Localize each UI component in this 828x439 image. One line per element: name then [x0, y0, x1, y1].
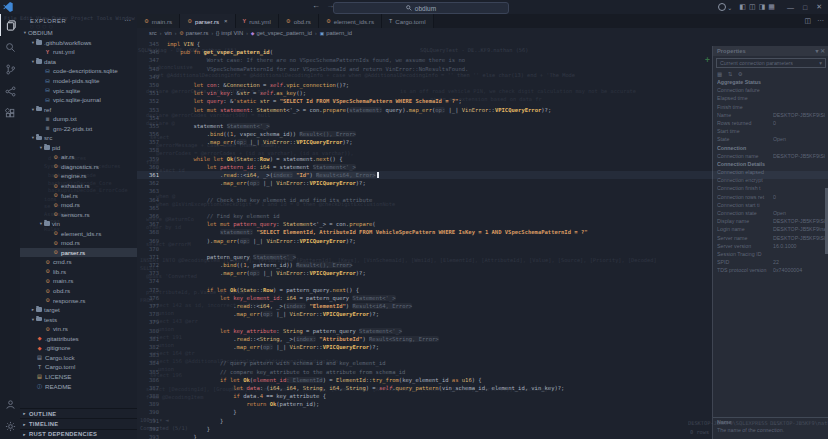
- breadcrumb-item-src[interactable]: src: [149, 30, 157, 36]
- code-line[interactable]: 357 .map_err(op: |_| VinError::VPICQuery…: [137, 138, 828, 146]
- code-line[interactable]: 378 .map_err(op: |_| VinError::VPICQuery…: [137, 310, 828, 318]
- layout-toggle-icon[interactable]: ◧: [739, 3, 746, 10]
- line-number[interactable]: 374: [137, 277, 167, 285]
- code-line[interactable]: 358: [137, 146, 828, 154]
- command-center-search[interactable]: obdium: [333, 2, 509, 14]
- code-line[interactable]: 392 }: [137, 425, 828, 433]
- code-line[interactable]: 381 .read::<String, _>(index: "Attribute…: [137, 335, 828, 343]
- code-line[interactable]: 356 .bind((1, vspec_schema_id)) Result<(…: [137, 130, 828, 138]
- line-number[interactable]: 372: [137, 261, 167, 269]
- tree-item-vpic-sqlite[interactable]: ⛁vpic.sqlite: [20, 85, 137, 95]
- tree-item-model-pids-sqlite[interactable]: ⛁model-pids.sqlite: [20, 76, 137, 86]
- tree-item-gm-22-pids-txt[interactable]: ≣gm-22-pids.txt: [20, 123, 137, 133]
- line-number[interactable]: 370: [137, 245, 167, 253]
- tree-item-vin[interactable]: ▾vin: [20, 219, 137, 229]
- sidebar-section-outline[interactable]: ▸OUTLINE: [20, 408, 137, 418]
- code-line[interactable]: 349: [137, 73, 828, 81]
- code-line[interactable]: 370: [137, 245, 828, 253]
- line-number[interactable]: 373: [137, 269, 167, 277]
- tree-root-obdium[interactable]: ▾OBDIUM: [20, 28, 137, 38]
- line-number[interactable]: 384: [137, 359, 167, 367]
- code-line[interactable]: 351 let vin_key: &str = self.as_key();: [137, 89, 828, 97]
- tree-item-cargo-lock[interactable]: ▤Cargo.lock: [20, 353, 137, 363]
- line-number[interactable]: 376: [137, 294, 167, 302]
- line-number[interactable]: 368: [137, 228, 167, 236]
- tree-item-ref[interactable]: ▾ref: [20, 104, 137, 114]
- tree-item-air-rs[interactable]: ⚙air.rs: [20, 152, 137, 162]
- line-number[interactable]: 357: [137, 138, 167, 146]
- breadcrumb-item-vin[interactable]: vin: [164, 30, 171, 36]
- split-editor-icon[interactable]: ◫: [804, 17, 811, 25]
- line-number[interactable]: 375: [137, 286, 167, 294]
- line-number[interactable]: 378: [137, 310, 167, 318]
- tab-cargo-toml[interactable]: TCargo.toml: [382, 14, 434, 28]
- line-number[interactable]: 386: [137, 376, 167, 384]
- tree-item-readme[interactable]: ⓘREADME: [20, 381, 137, 391]
- share-graph-icon[interactable]: [0, 80, 20, 102]
- tab-parser-rs[interactable]: ⚙parser.rs×: [180, 14, 235, 28]
- tree-item-fuel-rs[interactable]: ⚙fuel.rs: [20, 190, 137, 200]
- line-number[interactable]: 349: [137, 73, 167, 81]
- code-line[interactable]: 388 if data.4 == key_attribute {: [137, 392, 828, 400]
- tree-item-license[interactable]: ▤LICENSE: [20, 372, 137, 382]
- tree-item--gitignore[interactable]: ◆.gitignore: [20, 343, 137, 353]
- code-line[interactable]: 346 pub fn get_vspec_pattern_id(: [137, 48, 828, 56]
- code-line[interactable]: 386 if let Ok(element_id: ElementId) = E…: [137, 376, 828, 384]
- maximize-button[interactable]: □: [801, 4, 809, 11]
- tree-item-vin-rs[interactable]: ⚙vin.rs: [20, 324, 137, 334]
- layout-toggle-icon[interactable]: ▦: [768, 3, 775, 10]
- code-line[interactable]: 373 .map_err(op: |_| VinError::VPICQuery…: [137, 269, 828, 277]
- close-icon[interactable]: ×: [224, 18, 228, 24]
- line-number[interactable]: 367: [137, 220, 167, 228]
- more-actions-icon[interactable]: ⋯: [124, 17, 137, 25]
- back-button[interactable]: ←: [312, 1, 320, 10]
- line-number[interactable]: 362: [137, 179, 167, 187]
- close-button[interactable]: ✕: [814, 3, 824, 11]
- code-line[interactable]: 389 return Ok(pattern_id);: [137, 400, 828, 408]
- tree-item-exhaust-rs[interactable]: ⚙exhaust.rs: [20, 181, 137, 191]
- line-number[interactable]: 390: [137, 408, 167, 416]
- line-number[interactable]: 360: [137, 163, 167, 171]
- code-line[interactable]: 375 if let Ok(State::Row) = pattern_quer…: [137, 286, 828, 294]
- tree-item-mod-rs[interactable]: ⚙mod.rs: [20, 200, 137, 210]
- tab-obd-rs[interactable]: ⚙obd.rs: [279, 14, 319, 28]
- code-line[interactable]: 363: [137, 187, 828, 195]
- line-number[interactable]: 391: [137, 417, 167, 425]
- tree-item-cargo-toml[interactable]: TCargo.toml: [20, 362, 137, 372]
- code-editor[interactable]: 345impl VIN {346 pub fn get_vspec_patter…: [137, 38, 828, 439]
- tree-item-diagnostics-rs[interactable]: ⚙diagnostics.rs: [20, 162, 137, 172]
- tree-item-cmd-rs[interactable]: ⚙cmd.rs: [20, 257, 137, 267]
- line-number[interactable]: 385: [137, 368, 167, 376]
- tree-item-src[interactable]: ▾src: [20, 133, 137, 143]
- layout-toggle-icon[interactable]: ◨: [759, 3, 766, 10]
- line-number[interactable]: 347: [137, 56, 167, 64]
- line-number[interactable]: 356: [137, 130, 167, 138]
- line-number[interactable]: 365: [137, 204, 167, 212]
- line-number[interactable]: 364: [137, 196, 167, 204]
- line-number[interactable]: 387: [137, 384, 167, 392]
- tree-item-pid[interactable]: ▾pid: [20, 143, 137, 153]
- code-line[interactable]: 364 // Check the key element id and find…: [137, 196, 828, 204]
- line-number[interactable]: 379: [137, 318, 167, 326]
- code-line[interactable]: 382 .map_err(op: |_| VinError::VPICQuery…: [137, 343, 828, 351]
- line-number[interactable]: 350: [137, 81, 167, 89]
- line-number[interactable]: 366: [137, 212, 167, 220]
- tab-rust-yml[interactable]: Yrust.yml: [236, 14, 279, 28]
- tree-item-mod-rs[interactable]: ⚙mod.rs: [20, 238, 137, 248]
- code-line[interactable]: 384 // query pattern with schema id and …: [137, 359, 828, 367]
- line-number[interactable]: 393: [137, 433, 167, 439]
- code-line[interactable]: 371 pattern_query Statement<'_>: [137, 253, 828, 261]
- layout-toggle-icon[interactable]: ◫: [749, 3, 756, 10]
- code-line[interactable]: 345impl VIN {: [137, 40, 828, 48]
- code-line[interactable]: 372 .bind((1, pattern_id)) Result<(), Er…: [137, 261, 828, 269]
- line-number[interactable]: 348: [137, 65, 167, 73]
- tab-main-rs[interactable]: ⚙main.rs: [137, 14, 180, 28]
- code-line[interactable]: 352 let query: &'static str = "SELECT Id…: [137, 97, 828, 105]
- tree-item--gitattributes[interactable]: ◆.gitattributes: [20, 334, 137, 344]
- tree-item-code-descriptions-sqlite[interactable]: ⛁code-descriptions.sqlite: [20, 66, 137, 76]
- line-number[interactable]: 358: [137, 146, 167, 154]
- line-number[interactable]: 389: [137, 400, 167, 408]
- tree-item-target[interactable]: ▸target: [20, 305, 137, 315]
- tree-item--github-workflows[interactable]: ▾.github/workflows: [20, 38, 137, 48]
- line-number[interactable]: 383: [137, 351, 167, 359]
